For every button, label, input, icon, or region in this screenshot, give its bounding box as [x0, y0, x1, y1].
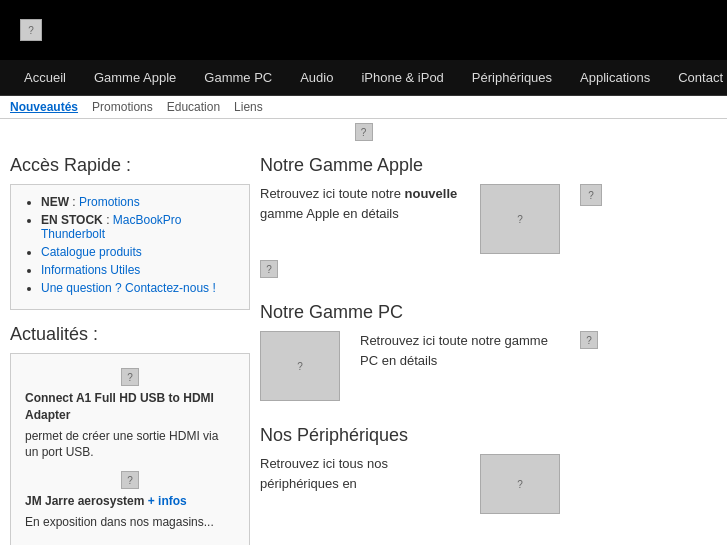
nav-item-audio[interactable]: Audio: [286, 70, 347, 85]
actualites-title: Actualités :: [10, 324, 250, 345]
subnav-item-nouveautes[interactable]: Nouveautés: [10, 100, 78, 114]
gamme-apple-text: Retrouvez ici toute notre nouvelle gamme…: [260, 184, 460, 223]
acces-item-infos: Informations Utiles: [41, 263, 235, 277]
subnav-image-row: ?: [0, 119, 727, 145]
gamme-pc-title: Notre Gamme PC: [260, 302, 717, 323]
nav-item-accueil[interactable]: Accueil: [10, 70, 80, 85]
actu-jarre-link[interactable]: + infos: [148, 494, 187, 508]
new-badge: NEW: [41, 195, 69, 209]
section-gamme-apple: Notre Gamme Apple Retrouvez ici toute no…: [260, 155, 717, 278]
actu-text-jarre: En exposition dans nos magasins...: [25, 514, 235, 531]
main-content: Accès Rapide : NEW : Promotions EN STOCK…: [0, 145, 727, 545]
header-logo: ?: [20, 19, 42, 41]
gamme-apple-text-after: gamme Apple en détails: [260, 206, 399, 221]
actu-divider-img: ?: [25, 471, 235, 489]
en-stock-badge: EN STOCK: [41, 213, 103, 227]
acces-link-contact[interactable]: Une question ? Contactez-nous !: [41, 281, 216, 295]
header: ?: [0, 0, 727, 60]
subnav-item-promotions[interactable]: Promotions: [92, 100, 153, 114]
subnav: Nouveautés Promotions Education Liens: [0, 96, 727, 119]
nav-item-peripheriques[interactable]: Périphériques: [458, 70, 566, 85]
acces-rapide-title: Accès Rapide :: [10, 155, 250, 176]
gamme-pc-image-2: ?: [580, 331, 598, 349]
actu-jarre-name: JM Jarre aerosystem: [25, 494, 144, 508]
actu-title-connect: Connect A1 Full HD USB to HDMI Adapter: [25, 390, 235, 424]
peripheriques-title: Nos Périphériques: [260, 425, 717, 446]
nav: Accueil Gamme Apple Gamme PC Audio iPhon…: [0, 60, 727, 96]
acces-item-catalogue: Catalogue produits: [41, 245, 235, 259]
subnav-item-education[interactable]: Education: [167, 100, 220, 114]
nav-item-applications[interactable]: Applications: [566, 70, 664, 85]
actu-item-connect: ? Connect A1 Full HD USB to HDMI Adapter…: [25, 368, 235, 461]
section-gamme-pc: Notre Gamme PC ? Retrouvez ici toute not…: [260, 302, 717, 401]
acces-link-promotions[interactable]: Promotions: [79, 195, 140, 209]
subnav-image: ?: [355, 123, 373, 141]
gamme-apple-image-2: ?: [580, 184, 602, 206]
nav-item-gamme-pc[interactable]: Gamme PC: [190, 70, 286, 85]
new-separator: :: [72, 195, 79, 209]
acces-item-contact: Une question ? Contactez-nous !: [41, 281, 235, 295]
nav-item-contact[interactable]: Contact: [664, 70, 727, 85]
right-column: Notre Gamme Apple Retrouvez ici toute no…: [260, 155, 717, 545]
acces-item-new: NEW : Promotions: [41, 195, 235, 209]
acces-item-enstock: EN STOCK : MacBookPro Thunderbolt: [41, 213, 235, 241]
gamme-apple-title: Notre Gamme Apple: [260, 155, 717, 176]
gamme-apple-content: Retrouvez ici toute notre nouvelle gamme…: [260, 184, 717, 254]
actu-title-jarre: JM Jarre aerosystem + infos: [25, 493, 235, 510]
peripheriques-content: Retrouvez ici tous nos périphériques en …: [260, 454, 717, 514]
peripheriques-text: Retrouvez ici tous nos périphériques en: [260, 454, 460, 493]
gamme-apple-image-3: ?: [260, 260, 278, 278]
section-peripheriques: Nos Périphériques Retrouvez ici tous nos…: [260, 425, 717, 514]
left-column: Accès Rapide : NEW : Promotions EN STOCK…: [10, 155, 250, 545]
actu-image-1: ?: [25, 368, 235, 386]
gamme-apple-image-1: ?: [480, 184, 560, 254]
acces-link-catalogue[interactable]: Catalogue produits: [41, 245, 142, 259]
gamme-apple-text-before: Retrouvez ici toute notre: [260, 186, 405, 201]
nav-item-gamme-apple[interactable]: Gamme Apple: [80, 70, 190, 85]
actualites-box: ? Connect A1 Full HD USB to HDMI Adapter…: [10, 353, 250, 545]
actu-img-2: ?: [121, 471, 139, 489]
actu-item-jarre: JM Jarre aerosystem + infos En expositio…: [25, 493, 235, 531]
actu-text-connect: permet de créer une sortie HDMI via un p…: [25, 428, 235, 462]
subnav-item-liens[interactable]: Liens: [234, 100, 263, 114]
gamme-apple-bold: nouvelle: [405, 186, 458, 201]
acces-rapide-box: NEW : Promotions EN STOCK : MacBookPro T…: [10, 184, 250, 310]
peripheriques-image-1: ?: [480, 454, 560, 514]
nav-item-iphone-ipod[interactable]: iPhone & iPod: [347, 70, 457, 85]
gamme-pc-text: Retrouvez ici toute notre gamme PC en dé…: [360, 331, 560, 370]
gamme-pc-content: ? Retrouvez ici toute notre gamme PC en …: [260, 331, 717, 401]
acces-link-infos[interactable]: Informations Utiles: [41, 263, 140, 277]
actu-img-1: ?: [121, 368, 139, 386]
gamme-pc-image-1: ?: [260, 331, 340, 401]
en-stock-separator: :: [106, 213, 113, 227]
